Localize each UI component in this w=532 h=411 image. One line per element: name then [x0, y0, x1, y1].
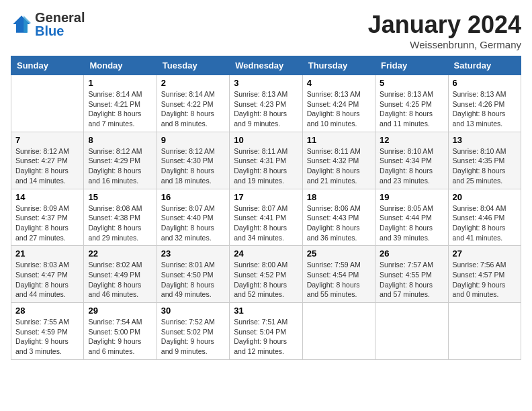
logo-blue: Blue [35, 24, 85, 38]
day-number: 16 [161, 192, 225, 202]
calendar-cell: 28Sunrise: 7:55 AM Sunset: 4:59 PM Dayli… [11, 303, 84, 360]
calendar-table: SundayMondayTuesdayWednesdayThursdayFrid… [11, 56, 521, 360]
calendar-cell: 5Sunrise: 8:13 AM Sunset: 4:25 PM Daylig… [375, 75, 448, 132]
day-number: 12 [380, 135, 443, 145]
calendar-cell: 8Sunrise: 8:12 AM Sunset: 4:29 PM Daylig… [84, 132, 157, 189]
day-number: 29 [88, 306, 152, 316]
calendar-cell: 25Sunrise: 7:59 AM Sunset: 4:54 PM Dayli… [302, 246, 375, 303]
day-info: Sunrise: 8:08 AM Sunset: 4:38 PM Dayligh… [88, 203, 152, 243]
day-info: Sunrise: 8:12 AM Sunset: 4:27 PM Dayligh… [15, 146, 79, 186]
day-number: 24 [234, 248, 298, 259]
day-number: 15 [88, 192, 152, 202]
day-info: Sunrise: 8:07 AM Sunset: 4:41 PM Dayligh… [234, 203, 298, 243]
day-number: 30 [161, 306, 225, 316]
week-row-5: 28Sunrise: 7:55 AM Sunset: 4:59 PM Dayli… [11, 303, 521, 360]
day-number: 11 [307, 135, 371, 145]
day-number: 17 [234, 192, 298, 202]
day-info: Sunrise: 8:14 AM Sunset: 4:21 PM Dayligh… [88, 89, 152, 129]
calendar-header: SundayMondayTuesdayWednesdayThursdayFrid… [11, 56, 521, 75]
day-number: 7 [15, 135, 79, 145]
day-info: Sunrise: 8:14 AM Sunset: 4:22 PM Dayligh… [161, 89, 225, 129]
calendar-cell: 30Sunrise: 7:52 AM Sunset: 5:02 PM Dayli… [157, 303, 229, 360]
calendar-cell: 2Sunrise: 8:14 AM Sunset: 4:22 PM Daylig… [157, 75, 229, 132]
day-of-week-thursday: Thursday [302, 56, 375, 75]
day-number: 13 [453, 135, 517, 145]
day-number: 21 [15, 248, 79, 259]
day-info: Sunrise: 7:51 AM Sunset: 5:04 PM Dayligh… [234, 317, 298, 357]
day-info: Sunrise: 7:54 AM Sunset: 5:00 PM Dayligh… [88, 317, 152, 357]
day-header-row: SundayMondayTuesdayWednesdayThursdayFrid… [11, 56, 521, 75]
day-of-week-tuesday: Tuesday [157, 56, 229, 75]
day-info: Sunrise: 8:02 AM Sunset: 4:49 PM Dayligh… [88, 260, 152, 300]
day-of-week-monday: Monday [84, 56, 157, 75]
calendar-cell: 3Sunrise: 8:13 AM Sunset: 4:23 PM Daylig… [230, 75, 302, 132]
logo: General Blue [11, 11, 85, 38]
logo-general: General [35, 11, 85, 24]
day-info: Sunrise: 8:03 AM Sunset: 4:47 PM Dayligh… [15, 260, 79, 300]
calendar-cell: 17Sunrise: 8:07 AM Sunset: 4:41 PM Dayli… [230, 189, 302, 246]
day-info: Sunrise: 8:06 AM Sunset: 4:43 PM Dayligh… [307, 203, 371, 243]
calendar-cell: 20Sunrise: 8:04 AM Sunset: 4:46 PM Dayli… [448, 189, 521, 246]
day-of-week-wednesday: Wednesday [230, 56, 302, 75]
day-info: Sunrise: 7:59 AM Sunset: 4:54 PM Dayligh… [307, 260, 371, 300]
day-info: Sunrise: 8:07 AM Sunset: 4:40 PM Dayligh… [161, 203, 225, 243]
day-info: Sunrise: 8:09 AM Sunset: 4:37 PM Dayligh… [15, 203, 79, 243]
calendar-cell: 29Sunrise: 7:54 AM Sunset: 5:00 PM Dayli… [84, 303, 157, 360]
day-info: Sunrise: 8:10 AM Sunset: 4:34 PM Dayligh… [380, 146, 443, 186]
day-number: 19 [380, 192, 443, 202]
calendar-cell [302, 303, 375, 360]
calendar-cell: 6Sunrise: 8:13 AM Sunset: 4:26 PM Daylig… [448, 75, 521, 132]
day-info: Sunrise: 8:01 AM Sunset: 4:50 PM Dayligh… [161, 260, 225, 300]
day-info: Sunrise: 8:11 AM Sunset: 4:32 PM Dayligh… [307, 146, 371, 186]
day-info: Sunrise: 8:13 AM Sunset: 4:24 PM Dayligh… [307, 89, 371, 129]
logo-text: General Blue [35, 11, 85, 38]
calendar-cell: 9Sunrise: 8:12 AM Sunset: 4:30 PM Daylig… [157, 132, 229, 189]
week-row-1: 1Sunrise: 8:14 AM Sunset: 4:21 PM Daylig… [11, 75, 521, 132]
day-number: 8 [88, 135, 152, 145]
calendar-cell: 27Sunrise: 7:56 AM Sunset: 4:57 PM Dayli… [448, 246, 521, 303]
calendar-cell: 1Sunrise: 8:14 AM Sunset: 4:21 PM Daylig… [84, 75, 157, 132]
day-number: 5 [380, 78, 443, 88]
day-number: 26 [380, 248, 443, 259]
calendar-cell [11, 75, 84, 132]
calendar-cell: 11Sunrise: 8:11 AM Sunset: 4:32 PM Dayli… [302, 132, 375, 189]
calendar-cell [375, 303, 448, 360]
week-row-2: 7Sunrise: 8:12 AM Sunset: 4:27 PM Daylig… [11, 132, 521, 189]
day-info: Sunrise: 8:00 AM Sunset: 4:52 PM Dayligh… [234, 260, 298, 300]
calendar-cell: 19Sunrise: 8:05 AM Sunset: 4:44 PM Dayli… [375, 189, 448, 246]
day-number: 6 [453, 78, 517, 88]
day-of-week-saturday: Saturday [448, 56, 521, 75]
calendar-cell: 22Sunrise: 8:02 AM Sunset: 4:49 PM Dayli… [84, 246, 157, 303]
calendar-cell: 23Sunrise: 8:01 AM Sunset: 4:50 PM Dayli… [157, 246, 229, 303]
day-number: 27 [453, 248, 517, 259]
calendar-cell: 10Sunrise: 8:11 AM Sunset: 4:31 PM Dayli… [230, 132, 302, 189]
day-number: 22 [88, 248, 152, 259]
day-number: 10 [234, 135, 298, 145]
day-number: 2 [161, 78, 225, 88]
day-number: 31 [234, 306, 298, 316]
page-header: General Blue January 2024 Weissenbrunn, … [11, 11, 521, 50]
calendar-body: 1Sunrise: 8:14 AM Sunset: 4:21 PM Daylig… [11, 75, 521, 360]
calendar-cell [448, 303, 521, 360]
week-row-3: 14Sunrise: 8:09 AM Sunset: 4:37 PM Dayli… [11, 189, 521, 246]
calendar-cell: 21Sunrise: 8:03 AM Sunset: 4:47 PM Dayli… [11, 246, 84, 303]
day-info: Sunrise: 8:12 AM Sunset: 4:30 PM Dayligh… [161, 146, 225, 186]
day-number: 20 [453, 192, 517, 202]
day-info: Sunrise: 8:04 AM Sunset: 4:46 PM Dayligh… [453, 203, 517, 243]
day-info: Sunrise: 8:05 AM Sunset: 4:44 PM Dayligh… [380, 203, 443, 243]
calendar-cell: 24Sunrise: 8:00 AM Sunset: 4:52 PM Dayli… [230, 246, 302, 303]
day-info: Sunrise: 8:13 AM Sunset: 4:23 PM Dayligh… [234, 89, 298, 129]
day-number: 3 [234, 78, 298, 88]
day-info: Sunrise: 7:56 AM Sunset: 4:57 PM Dayligh… [453, 260, 517, 300]
day-info: Sunrise: 8:13 AM Sunset: 4:25 PM Dayligh… [380, 89, 443, 129]
calendar-cell: 14Sunrise: 8:09 AM Sunset: 4:37 PM Dayli… [11, 189, 84, 246]
day-of-week-sunday: Sunday [11, 56, 84, 75]
calendar-cell: 4Sunrise: 8:13 AM Sunset: 4:24 PM Daylig… [302, 75, 375, 132]
day-info: Sunrise: 8:13 AM Sunset: 4:26 PM Dayligh… [453, 89, 517, 129]
day-info: Sunrise: 7:55 AM Sunset: 4:59 PM Dayligh… [15, 317, 79, 357]
title-block: January 2024 Weissenbrunn, Germany [368, 11, 521, 50]
day-info: Sunrise: 8:10 AM Sunset: 4:35 PM Dayligh… [453, 146, 517, 186]
day-info: Sunrise: 8:11 AM Sunset: 4:31 PM Dayligh… [234, 146, 298, 186]
day-number: 28 [15, 306, 79, 316]
day-info: Sunrise: 7:52 AM Sunset: 5:02 PM Dayligh… [161, 317, 225, 357]
